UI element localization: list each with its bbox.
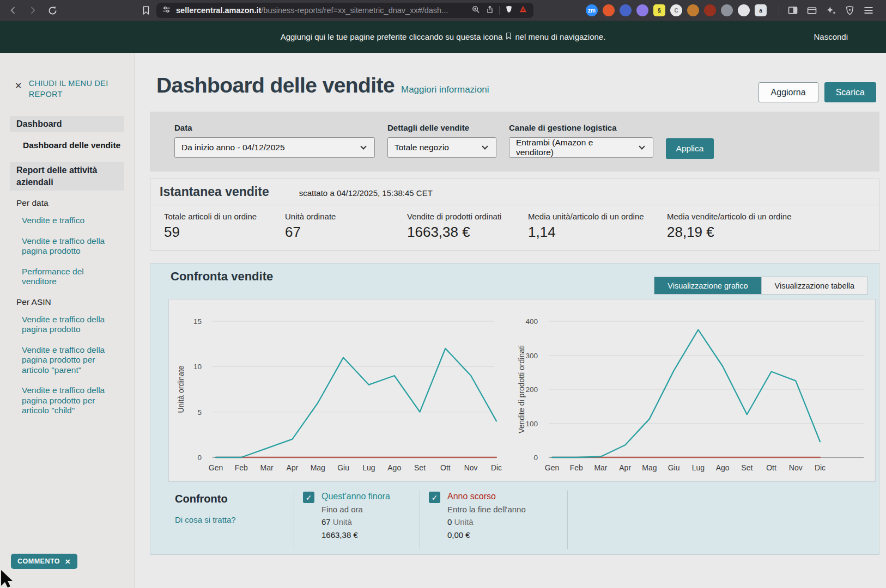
what-is-this-link[interactable]: Di cosa si tratta? <box>175 515 236 524</box>
browser-chrome: sellercentral.amazon.it/business-reports… <box>0 0 886 21</box>
svg-text:Set: Set <box>741 463 753 472</box>
series-subtitle: Fino ad ora <box>321 505 390 514</box>
more-info-link[interactable]: Maggiori informazioni <box>401 84 489 95</box>
metric-value: 1,14 <box>528 224 667 241</box>
metric-1: Unità ordinate67 <box>285 212 407 241</box>
snapshot-title: Istantanea vendite <box>160 185 269 199</box>
units-ordered-chart: 051015GenFebMarAprMagGiuLugAgoSetOttNovD… <box>169 299 506 481</box>
browser-nav-buttons <box>0 5 58 16</box>
svg-text:Dic: Dic <box>491 463 502 472</box>
sidebar-item-link-10[interactable]: Vendite e traffico della pagina prodotto… <box>22 385 120 416</box>
zoom-in-icon[interactable] <box>471 5 481 16</box>
c-circle-extension-icon[interactable]: C <box>670 4 682 16</box>
chart-view-tab[interactable]: Visualizzazione grafico <box>654 277 761 294</box>
series-units-value: 0 <box>447 517 452 526</box>
brave-shield-icon[interactable] <box>505 4 513 16</box>
panel-toggle-icon[interactable] <box>787 5 798 16</box>
svg-text:Ago: Ago <box>387 463 401 472</box>
sidebar-item-section-header-2[interactable]: Report delle attività aziendali <box>10 162 124 191</box>
metric-value: 59 <box>164 224 285 241</box>
sidebar-item-link-9[interactable]: Vendite e traffico della pagina prodotto… <box>22 345 120 376</box>
sidebar-item-active-item-1[interactable]: Dashboard delle vendite <box>23 140 121 150</box>
comment-button[interactable]: COMMENTO ✕ <box>11 554 77 569</box>
filter-label: Dettagli delle vendite <box>387 123 496 132</box>
series-checkbox[interactable]: ✓ <box>303 492 314 503</box>
bookmark-glyph-icon <box>506 32 512 41</box>
filter-label: Data <box>174 123 375 132</box>
donut-extension-icon[interactable] <box>704 4 716 16</box>
svg-text:Gen: Gen <box>209 463 223 472</box>
chevron-down-icon <box>360 143 366 149</box>
find-extension-icon[interactable]: a <box>755 4 767 16</box>
series-checkbox[interactable]: ✓ <box>429 492 440 503</box>
report-nav: DashboardDashboard delle venditeReport d… <box>0 116 134 416</box>
legend-item-0: ✓Quest'anno finoraFino ad ora67 Unità166… <box>294 491 420 549</box>
metric-2: Vendite di prodotti ordinati1663,38 € <box>407 212 528 241</box>
metric-0: Totale articoli di un ordine59 <box>164 212 285 241</box>
forward-icon[interactable] <box>27 5 38 16</box>
svg-text:Feb: Feb <box>570 463 583 472</box>
metric-label: Unità ordinate <box>285 212 407 221</box>
table-view-tab[interactable]: Visualizzazione tabella <box>761 277 867 294</box>
close-icon: ✕ <box>15 81 22 100</box>
sidebar-item-link-6[interactable]: Performance del venditore <box>22 267 120 287</box>
product-sales-chart: 0100200300400GenFebMarAprMagGiuLugAgoSet… <box>506 299 876 481</box>
notification-banner: Aggiungi qui le tue pagine preferite cli… <box>0 21 886 53</box>
metric-label: Media vendite/articolo di un ordine <box>667 212 791 221</box>
refresh-button[interactable]: Aggiorna <box>758 82 818 102</box>
url-bar[interactable]: sellercentral.amazon.it/business-reports… <box>156 3 533 18</box>
reload-icon[interactable] <box>47 5 58 16</box>
bookmark-icon[interactable] <box>141 5 151 16</box>
url-text[interactable]: sellercentral.amazon.it/business-reports… <box>176 6 466 15</box>
metric-4: Media vendite/articolo di un ordine28,19… <box>667 212 791 241</box>
sales-snapshot-section: Istantanea vendite scattato a 04/12/2025… <box>150 179 879 251</box>
legend-title: Confronto <box>175 493 294 505</box>
sparkles-icon[interactable] <box>826 5 836 16</box>
privacy-shield-icon[interactable] <box>845 5 855 16</box>
menu-icon[interactable] <box>863 5 874 16</box>
filter-value: Entrambi (Amazon e venditore) <box>516 138 632 157</box>
series-units-value: 67 <box>321 517 331 526</box>
brave-rewards-icon[interactable] <box>518 5 528 16</box>
mouse-cursor <box>0 569 19 588</box>
snapshot-metrics: Totale articoli di un ordine59Unità ordi… <box>150 205 879 241</box>
share-icon[interactable] <box>486 5 494 16</box>
svg-text:Ago: Ago <box>716 463 730 472</box>
line-chart-svg: 0100200300400GenFebMarAprMagGiuLugAgoSet… <box>506 299 876 482</box>
svg-text:200: 200 <box>525 385 538 394</box>
hide-banner-link[interactable]: Nascondi <box>814 32 848 41</box>
filter-select-1[interactable]: Totale negozio <box>387 137 496 158</box>
bird-lock-extension-icon[interactable] <box>620 4 632 16</box>
apply-button[interactable]: Applica <box>666 138 714 159</box>
session-extension-icon[interactable]: § <box>653 4 665 16</box>
fox-extension-icon[interactable] <box>603 4 615 16</box>
filter-select-0[interactable]: Da inizio anno - 04/12/2025 <box>174 137 375 158</box>
svg-text:Set: Set <box>414 463 426 472</box>
back-icon[interactable] <box>8 5 19 16</box>
comment-label: COMMENTO <box>17 558 60 565</box>
filter-select-2[interactable]: Entrambi (Amazon e venditore) <box>509 137 653 158</box>
svg-text:Mar: Mar <box>260 463 274 472</box>
puzzle-extension-icon[interactable] <box>738 4 750 16</box>
flame-extension-icon[interactable] <box>687 4 699 16</box>
sidebar-item-link-4[interactable]: Vendite e traffico <box>22 216 120 226</box>
window-controls <box>779 5 883 16</box>
filter-label: Canale di gestione logistica <box>509 123 653 132</box>
svg-text:15: 15 <box>193 317 202 326</box>
metric-label: Totale articoli di un ordine <box>164 212 285 221</box>
metric-label: Media unità/articolo di un ordine <box>528 212 667 221</box>
ghost-extension-icon[interactable] <box>636 4 648 16</box>
sidebar-item-section-header-0[interactable]: Dashboard <box>10 116 124 132</box>
screen: sellercentral.amazon.it/business-reports… <box>0 0 886 588</box>
svg-text:Nov: Nov <box>464 463 478 472</box>
download-button[interactable]: Scarica <box>824 82 876 102</box>
sidebar-item-link-8[interactable]: Vendite e traffico della pagina prodotto <box>22 315 120 335</box>
site-settings-icon[interactable] <box>162 5 171 16</box>
close-report-menu-button[interactable]: ✕ CHIUDI IL MENU DEI REPORT <box>15 78 123 100</box>
zoom-extension-icon[interactable]: zm <box>586 4 598 16</box>
close-icon[interactable]: ✕ <box>65 558 71 566</box>
shield-extension-icon[interactable] <box>721 4 733 16</box>
sidebar-item-link-5[interactable]: Vendite e traffico della pagina prodotto <box>22 236 120 256</box>
filter-group-1: Dettagli delle venditeTotale negozio <box>387 123 496 171</box>
wallet-icon[interactable] <box>806 5 817 16</box>
